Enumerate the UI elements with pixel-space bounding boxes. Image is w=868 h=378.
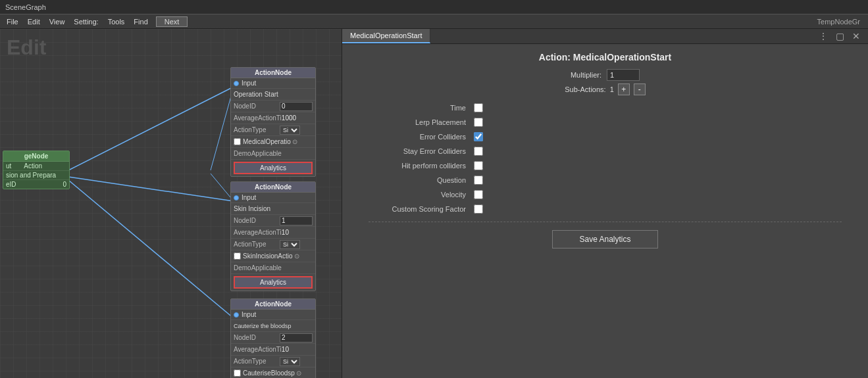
- node1-script: MedicalOperatio ⊙: [231, 136, 315, 148]
- multiplier-input[interactable]: [607, 69, 640, 81]
- node1-analytics-btn[interactable]: Analytics: [234, 162, 313, 174]
- node1-avgtime-val: 1000: [282, 114, 296, 122]
- seq-node-row-id: eID0: [3, 180, 69, 189]
- field-row-6: Velocity: [355, 190, 855, 199]
- temp-node-label: TempNodeGr: [817, 18, 865, 26]
- node1-actiontype-select[interactable]: Si: [280, 126, 300, 135]
- node3-avgtime-val: 10: [282, 346, 289, 353]
- node1-input-label: Input: [242, 80, 256, 87]
- field-label-4: Hit perform colliders: [369, 162, 474, 170]
- menu-setting[interactable]: Setting:: [70, 16, 102, 27]
- save-analytics-btn[interactable]: Save Analytics: [552, 230, 657, 248]
- node2-input-dot: [234, 195, 239, 201]
- node2-avgtime: AverageActionTi 10: [231, 227, 315, 239]
- seq-node-row-ut: ut Action: [3, 162, 69, 171]
- node3-avgtime: AverageActionTi 10: [231, 344, 315, 356]
- node2-header: ActionNode: [231, 182, 315, 193]
- field-label-3: Stay Error Colliders: [369, 147, 474, 155]
- subactions-add-btn[interactable]: +: [618, 83, 630, 95]
- panel-tab-bar: MedicalOperationStart ⋮ ▢ ✕: [342, 29, 868, 44]
- node2-actiontype: ActionType Si: [231, 239, 315, 250]
- fields-container: TimeLerp PlacementError CollidersStay Er…: [355, 103, 855, 214]
- node2-actiontype-select[interactable]: Si: [280, 240, 300, 249]
- menu-tools[interactable]: Tools: [104, 16, 129, 27]
- field-checkbox-6[interactable]: [474, 190, 483, 199]
- scene-panel: Edit geNode ut Action sion and Prepara e…: [0, 29, 342, 378]
- next-button[interactable]: Next: [156, 16, 188, 27]
- node3-actiontype: ActionType Si: [231, 356, 315, 367]
- menu-view[interactable]: View: [45, 16, 69, 27]
- node3-nodeid-input[interactable]: [280, 333, 313, 343]
- field-row-7: Custom Scoring Factor: [355, 204, 855, 214]
- main-layout: Edit geNode ut Action sion and Prepara e…: [0, 29, 868, 378]
- subactions-row: Sub-Actions: 1 + -: [355, 83, 855, 95]
- divider: [369, 222, 842, 222]
- node1-input-dot: [234, 81, 239, 86]
- panel-menu-btn[interactable]: ⋮: [816, 31, 830, 41]
- node1-script-name: MedicalOperatio: [243, 138, 291, 145]
- field-checkbox-4[interactable]: [474, 161, 483, 170]
- panel-tab-medical[interactable]: MedicalOperationStart: [342, 29, 430, 43]
- node1-input-row: Input: [231, 78, 315, 89]
- field-row-5: Question: [355, 176, 855, 185]
- field-checkbox-0[interactable]: [474, 103, 483, 112]
- node3-nodeid: NodeID: [231, 332, 315, 344]
- sequence-node: geNode ut Action sion and Prepara eID0: [3, 151, 70, 189]
- node3-actiontype-select[interactable]: Si: [280, 357, 300, 366]
- node2-analytics-btn[interactable]: Analytics: [234, 276, 313, 289]
- menu-edit[interactable]: Edit: [24, 16, 44, 27]
- node3-script-check[interactable]: [234, 369, 241, 377]
- node2-nodeid: NodeID: [231, 215, 315, 227]
- field-row-1: Lerp Placement: [355, 118, 855, 127]
- menu-find[interactable]: Find: [130, 16, 151, 27]
- multiplier-label: Multiplier:: [571, 71, 601, 79]
- node3-header: ActionNode: [231, 299, 315, 310]
- menu-bar: File Edit View Setting: Tools Find Next …: [0, 14, 868, 29]
- field-row-0: Time: [355, 103, 855, 112]
- node2-action-name: Skin Incision: [231, 203, 315, 215]
- node2-input-row: Input: [231, 193, 315, 203]
- field-row-3: Stay Error Colliders: [355, 147, 855, 156]
- node2-script: SkinIncisionActio ⊙: [231, 250, 315, 262]
- node2-script-check[interactable]: [234, 252, 241, 260]
- field-checkbox-7[interactable]: [474, 204, 483, 214]
- field-label-6: Velocity: [369, 191, 474, 199]
- node2-nodeid-input[interactable]: [280, 216, 313, 225]
- action-title: Action: MedicalOperationStart: [355, 52, 855, 62]
- node2-avgtime-val: 10: [282, 229, 289, 236]
- node1-header: ActionNode: [231, 68, 315, 78]
- node2-demo-row: DemoApplicable: [231, 262, 315, 274]
- field-label-2: Error Colliders: [369, 133, 474, 141]
- field-label-0: Time: [369, 104, 474, 112]
- node2-input-label: Input: [242, 194, 256, 201]
- menu-file[interactable]: File: [3, 16, 22, 27]
- field-checkbox-5[interactable]: [474, 176, 483, 185]
- node3-action-name: Cauterize the bloodsp: [231, 320, 315, 332]
- subactions-value: 1: [610, 85, 614, 93]
- panel-maximize-btn[interactable]: ▢: [833, 31, 847, 41]
- node3-input-label: Input: [242, 311, 256, 318]
- title-bar: SceneGraph: [0, 0, 868, 14]
- node1-script-check[interactable]: [234, 138, 241, 145]
- field-row-2: Error Colliders: [355, 132, 855, 141]
- panel-close-btn[interactable]: ✕: [850, 31, 863, 41]
- node1-nodeid-input[interactable]: [280, 102, 313, 111]
- seq-node-header: geNode: [3, 151, 69, 162]
- field-label-5: Question: [369, 176, 474, 184]
- node2-script-name: SkinIncisionActio: [243, 252, 293, 260]
- field-checkbox-1[interactable]: [474, 118, 483, 127]
- node3-input-dot: [234, 312, 239, 318]
- multiplier-row: Multiplier:: [355, 69, 855, 81]
- node1-actiontype: ActionType Si: [231, 124, 315, 136]
- node3-script: CauteriseBloodsp ⊙: [231, 367, 315, 378]
- subactions-label: Sub-Actions:: [565, 85, 605, 93]
- field-checkbox-2[interactable]: [474, 132, 483, 141]
- field-label-1: Lerp Placement: [369, 118, 474, 126]
- seq-node-row-desc: sion and Prepara: [3, 171, 69, 180]
- field-checkbox-3[interactable]: [474, 147, 483, 156]
- field-row-4: Hit perform colliders: [355, 161, 855, 170]
- node1-demo-row: DemoApplicable: [231, 148, 315, 160]
- node1-nodeid: NodeID: [231, 101, 315, 112]
- subactions-remove-btn[interactable]: -: [634, 83, 646, 95]
- title-bar-label: SceneGraph: [5, 3, 46, 11]
